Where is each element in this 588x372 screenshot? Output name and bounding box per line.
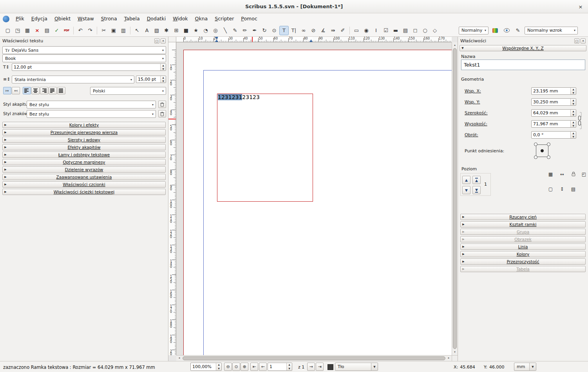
- spin-up-icon[interactable]: ▲: [161, 64, 166, 67]
- enable-printing-button[interactable]: ▤: [570, 185, 577, 193]
- width-spinner[interactable]: ▲▼: [531, 109, 576, 117]
- first-line-indent-marker[interactable]: [215, 37, 218, 39]
- insert-arc-button[interactable]: ◔: [201, 26, 210, 35]
- basepoint-top-left[interactable]: [534, 143, 537, 146]
- preview-mode-button[interactable]: [502, 26, 511, 35]
- insert-table-button[interactable]: ⊞: [172, 26, 181, 35]
- spinner-arrows[interactable]: ▲▼: [570, 88, 576, 94]
- lock-object-button[interactable]: [570, 170, 577, 178]
- direction-ltr-button[interactable]: ↦: [3, 87, 11, 94]
- spin-up-icon[interactable]: ▲: [571, 99, 576, 102]
- font-size-input[interactable]: [12, 64, 160, 70]
- previous-page-button[interactable]: ←: [259, 363, 267, 371]
- spin-down-icon[interactable]: ▼: [287, 367, 292, 371]
- zoom-out-button[interactable]: ⊖: [224, 363, 232, 371]
- eye-dropper-button[interactable]: ✐: [338, 26, 347, 35]
- vertical-scrollbar[interactable]: ▴ ▾: [452, 42, 458, 355]
- insert-image-frame-button[interactable]: ▧: [152, 26, 161, 35]
- visual-appearance-select[interactable]: Normalny wzrok ▾: [525, 27, 578, 34]
- spin-down-icon[interactable]: ▼: [571, 102, 576, 106]
- cut-button[interactable]: ✂: [99, 26, 109, 35]
- spinner-arrows[interactable]: ▲▼: [570, 110, 576, 116]
- height-input[interactable]: [532, 121, 570, 127]
- export-pdf-button[interactable]: PDF: [62, 26, 71, 35]
- spin-up-icon[interactable]: ▲: [216, 363, 221, 367]
- new-document-button[interactable]: ▢: [3, 26, 13, 35]
- page-number-spinner[interactable]: ▲▼: [268, 363, 292, 371]
- spin-up-icon[interactable]: ▲: [571, 88, 576, 91]
- zoom-button[interactable]: ⊙: [270, 26, 279, 35]
- font-size-spinner[interactable]: ▲▼: [12, 63, 166, 71]
- section-przesuniecie-pierwszego-wiersza[interactable]: ▶Przesunięcie pierwszego wiersza: [2, 129, 166, 135]
- spin-up-icon[interactable]: ▲: [571, 121, 576, 124]
- basepoint-selector[interactable]: [533, 142, 551, 160]
- section-linia[interactable]: ▶Linia: [460, 244, 586, 250]
- basepoint-top-right[interactable]: [547, 143, 550, 146]
- basepoint-bottom-left[interactable]: [534, 155, 537, 159]
- character-style-select[interactable]: Bez stylu ▾: [27, 110, 156, 118]
- close-document-button[interactable]: ×: [33, 26, 42, 35]
- insert-render-frame-button[interactable]: ✱: [162, 26, 171, 35]
- flip-vertical-button[interactable]: ↕: [558, 185, 566, 193]
- ungroup-objects-button[interactable]: ▢: [547, 185, 554, 193]
- lock-size-button[interactable]: ◰: [580, 170, 588, 178]
- section-przezroczystosc[interactable]: ▶Przezroczystość: [460, 258, 586, 265]
- page-number-input[interactable]: [268, 363, 286, 370]
- line-spacing-input[interactable]: [136, 76, 160, 83]
- width-input[interactable]: [532, 110, 570, 116]
- spin-up-icon[interactable]: ▲: [571, 132, 576, 135]
- spinner-arrows[interactable]: ▲▼: [570, 121, 576, 127]
- link-annotation-button[interactable]: ○: [420, 26, 430, 35]
- remove-character-style-button[interactable]: [158, 110, 166, 117]
- menu-obiekt[interactable]: Obiekt: [51, 13, 74, 24]
- image-quality-select[interactable]: Normalny ▾: [459, 27, 488, 34]
- spin-up-icon[interactable]: ▲: [161, 76, 166, 79]
- text-frame[interactable]: 123123123123: [217, 94, 313, 202]
- menu-strona[interactable]: Strona: [98, 13, 121, 24]
- object-name-input[interactable]: [461, 60, 585, 70]
- align-justify-button[interactable]: [49, 87, 57, 94]
- insert-spiral-button[interactable]: ◎: [211, 26, 220, 35]
- zoom-in-button[interactable]: ⊕: [241, 363, 248, 371]
- insert-freehand-button[interactable]: ✏: [240, 26, 250, 35]
- text-annotation-button[interactable]: ◻: [411, 26, 420, 35]
- insert-text-frame-button[interactable]: A: [142, 26, 152, 35]
- font-style-select[interactable]: Book ▾: [2, 54, 166, 62]
- horizontal-scrollbar-thumb[interactable]: [183, 356, 445, 360]
- paste-button[interactable]: ▥: [119, 26, 128, 35]
- redo-button[interactable]: ↷: [85, 26, 95, 35]
- scroll-down-button[interactable]: ▾: [452, 350, 458, 355]
- menu-plik[interactable]: Plik: [12, 13, 28, 24]
- pdf-combo-box-button[interactable]: ▬: [391, 26, 400, 35]
- remove-paragraph-style-button[interactable]: [158, 101, 166, 108]
- edit-in-preview-button[interactable]: ✎: [513, 26, 523, 35]
- insert-line-button[interactable]: ╲: [221, 26, 230, 35]
- line-spacing-spinner[interactable]: ▲▼: [136, 76, 166, 83]
- spin-down-icon[interactable]: ▼: [571, 91, 576, 95]
- pdf-3d-annotation-button[interactable]: ◇: [430, 26, 440, 35]
- window-close-button[interactable]: ×: [577, 3, 584, 11]
- select-item-button[interactable]: ↖: [132, 26, 142, 35]
- unlink-text-frames-button[interactable]: ⊘: [309, 26, 318, 35]
- vertical-scrollbar-thumb[interactable]: [453, 48, 457, 349]
- lower-to-bottom-button[interactable]: ▼: [472, 186, 481, 194]
- ruler-origin-button[interactable]: [168, 37, 176, 42]
- menu-wstaw[interactable]: Wstaw: [74, 13, 98, 24]
- section-kolory-i-efekty[interactable]: ▶Kolory i efekty: [2, 122, 166, 128]
- pdf-check-box-button[interactable]: ☑: [381, 26, 391, 35]
- menu-dodatki[interactable]: Dodatki: [143, 13, 170, 24]
- spin-down-icon[interactable]: ▼: [216, 367, 221, 371]
- basepoint-bottom-right[interactable]: [547, 155, 550, 159]
- pdf-text-field-button[interactable]: I: [371, 26, 381, 35]
- spin-down-icon[interactable]: ▼: [571, 113, 576, 117]
- document-page[interactable]: 123123123123: [183, 50, 452, 355]
- spin-down-icon[interactable]: ▼: [571, 135, 576, 139]
- language-select[interactable]: Polski ▾: [90, 87, 166, 95]
- height-spinner[interactable]: ▲▼: [531, 120, 576, 128]
- spinner-arrows[interactable]: ▲▼: [286, 363, 292, 370]
- left-indent-marker[interactable]: [215, 40, 218, 42]
- measurements-button[interactable]: ∡: [318, 26, 328, 35]
- y-position-input[interactable]: [532, 99, 570, 105]
- rotation-spinner[interactable]: ▲▼: [531, 131, 576, 139]
- section-optyczne-marginesy[interactable]: ▶Optyczne marginesy: [2, 159, 166, 165]
